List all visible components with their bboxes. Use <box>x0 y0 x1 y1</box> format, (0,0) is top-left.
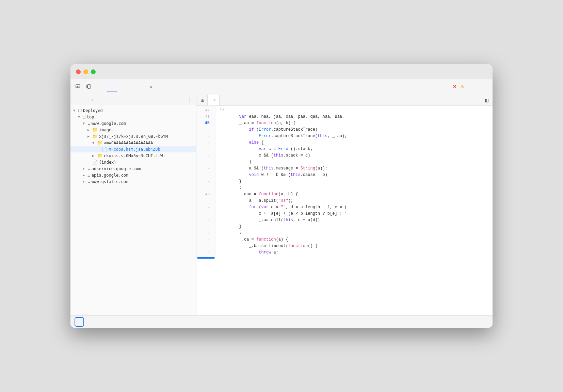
line-num-43: 43 <box>196 114 212 120</box>
line-num-d3: – <box>196 140 212 146</box>
devtools-tabbar: » ✕ ⚠ <box>70 79 493 94</box>
line-num-d16: – <box>196 230 212 236</box>
minimize-button[interactable] <box>83 69 88 74</box>
warning-count: ⚠ <box>460 84 465 89</box>
tab-sources[interactable] <box>107 81 117 92</box>
tab-workspace[interactable] <box>82 98 89 101</box>
code-line-d10: ; <box>220 185 488 191</box>
device-icon[interactable] <box>84 82 94 92</box>
code-line-d15: } <box>220 224 488 230</box>
code-line-d17: _.ca = function(a) { <box>220 236 488 243</box>
devtools-window: » ✕ ⚠ <box>70 64 493 328</box>
code-line-d18: _.ba.setTimeout(function() { <box>220 243 488 249</box>
code-line-d19: throw a; <box>220 249 488 256</box>
tree-item-am[interactable]: ▼ 📁 am=CAAAAAAAAAAAAAAAA <box>70 140 196 146</box>
line-num-d12: – <box>196 204 212 211</box>
line-num-d18: – <box>196 243 212 249</box>
line-num-d2: – <box>196 133 212 140</box>
code-line-d5: c && (this.stack = c) <box>220 152 488 159</box>
code-line-d8: void 0 !== b && (this.cause = b) <box>220 172 488 178</box>
line-num-d8: – <box>196 172 212 178</box>
code-line-d11: a = a.split("%s"); <box>220 198 488 204</box>
code-line-d3: else { <box>220 140 488 146</box>
line-num-d5: – <box>196 152 212 159</box>
tabbar-left-icons <box>73 82 94 92</box>
tab-elements[interactable] <box>97 81 107 92</box>
window-controls <box>76 69 96 74</box>
tree-item-apis[interactable]: ▶ ☁ apis.google.com <box>70 172 196 178</box>
line-numbers: 42 43 45 – – – – – – – – – – 46 <box>196 106 215 315</box>
close-tab-button[interactable]: × <box>213 97 216 103</box>
line-num-d11: – <box>196 198 212 204</box>
settings-button[interactable] <box>468 82 478 92</box>
tab-performance[interactable] <box>128 81 137 92</box>
more-tabs-button[interactable]: » <box>148 83 155 91</box>
editor-tabbar: ⊞ × ◧ <box>196 94 493 106</box>
tab-network[interactable] <box>117 81 127 92</box>
format-button[interactable] <box>75 317 84 327</box>
tree-item-adservice[interactable]: ▶ ☁ adservice.google.com <box>70 165 196 172</box>
maximize-button[interactable] <box>91 69 96 74</box>
code-editor: ⊞ × ◧ 42 43 45 – – <box>196 94 493 315</box>
line-number-highlight-box <box>197 257 215 259</box>
line-num-d14: – <box>196 217 212 224</box>
code-line-45: _.aa = function(a, b) { <box>220 120 488 127</box>
collapse-sidebar-button[interactable]: ◧ <box>482 95 491 105</box>
tab-application[interactable] <box>138 81 147 92</box>
line-num-42: 42 <box>196 107 212 114</box>
sidebar-more-tabs[interactable]: » <box>92 98 94 102</box>
inspect-icon[interactable] <box>73 82 83 92</box>
tab-page[interactable] <box>74 98 81 101</box>
code-line-d16: ; <box>220 230 488 236</box>
tabbar-right: ✕ ⚠ <box>453 82 490 92</box>
line-num-d6: – <box>196 159 212 165</box>
code-line-d12: for (var c = "", d = a.length - 1, e = ( <box>220 204 488 211</box>
svg-rect-3 <box>88 84 90 88</box>
line-num-d1: – <box>196 127 212 133</box>
code-line-46: _.aaa = function(a, b) { <box>220 191 488 198</box>
tree-item-gstatic[interactable]: ▶ ☁ www.gstatic.com <box>70 178 196 185</box>
editor-tab-right: ◧ <box>482 95 491 105</box>
line-num-d9: – <box>196 178 212 185</box>
error-count: ✕ <box>453 84 457 89</box>
code-line-d14: _.aa.call(this, c + a[d]) <box>220 217 488 224</box>
tree-item-active-file[interactable]: 📄 m=cdos,hsm,jsa,mb4ZUb <box>70 146 196 152</box>
code-line-d7: a && (this.message = String(a)); <box>220 165 488 172</box>
tree-item-google[interactable]: ▼ ☁ www.google.com <box>70 120 196 127</box>
code-line-d4: var c = Error().stack; <box>220 146 488 152</box>
titlebar <box>70 64 493 79</box>
line-num-d4: – <box>196 146 212 152</box>
tree-item-ck[interactable]: ▶ 📁 ck=xjs.s.0Mx5ys3sCUI.L.W. <box>70 152 196 159</box>
tree-item-index[interactable]: 📄 (index) <box>70 159 196 165</box>
line-num-d7: – <box>196 165 212 172</box>
code-line-d1: if (Error.captureStackTrace) <box>220 127 488 133</box>
tree-item-top[interactable]: ▼ □ top <box>70 114 196 120</box>
close-button[interactable] <box>76 69 81 74</box>
line-num-d17: – <box>196 236 212 243</box>
line-num-d10: – <box>196 185 212 191</box>
tree-item-xjs[interactable]: ▶ 📁 xjs/_/js/k=xjs.s.en_GB.-b6YM <box>70 133 196 140</box>
line-num-45: 45 <box>196 120 212 127</box>
code-line-42: */ <box>220 107 488 114</box>
code-line-d9: } <box>220 178 488 185</box>
sidebar: » ⋮ ▼ ⬡ Deployed ▼ □ top ▼ <box>70 94 196 315</box>
open-file-tab[interactable]: × <box>207 95 220 105</box>
code-text[interactable]: */ var eaa, naa, jaa, oaa, paa, qaa, Aaa… <box>215 106 493 315</box>
more-options-button[interactable] <box>480 82 490 92</box>
main-content: » ⋮ ▼ ⬡ Deployed ▼ □ top ▼ <box>70 94 493 315</box>
line-num-d13: – <box>196 211 212 217</box>
sidebar-tabs: » ⋮ <box>70 94 196 105</box>
tree-item-images[interactable]: ▶ 📁 images <box>70 127 196 133</box>
line-num-d19: – <box>196 249 212 256</box>
open-file-button[interactable]: ⊞ <box>198 95 207 105</box>
line-num-d15: – <box>196 224 212 230</box>
file-tree: ▼ ⬡ Deployed ▼ □ top ▼ ☁ www.google.com <box>70 105 196 315</box>
code-line-d2: Error.captureStackTrace(this, _.aa); <box>220 133 488 140</box>
code-content: 42 43 45 – – – – – – – – – – 46 <box>196 106 493 315</box>
tree-item-deployed[interactable]: ▼ ⬡ Deployed <box>70 107 196 114</box>
sidebar-menu-button[interactable]: ⋮ <box>187 96 193 103</box>
line-number-column: 42 43 45 – – – – – – – – – – 46 <box>196 106 215 257</box>
code-line-d13: c += a[e] + (e < b.length ? b[e] : ' <box>220 211 488 217</box>
statusbar <box>70 315 493 328</box>
code-line-43: var eaa, naa, jaa, oaa, paa, qaa, Aaa, B… <box>220 114 488 120</box>
